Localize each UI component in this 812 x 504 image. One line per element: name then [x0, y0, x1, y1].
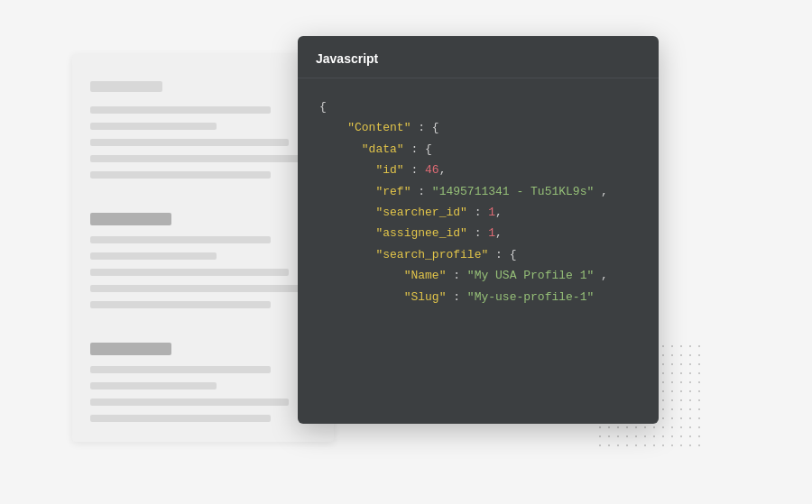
doc-line: [90, 343, 171, 355]
code-line: "assignee_id" : 1,: [319, 223, 637, 243]
doc-line: [90, 252, 217, 260]
code-panel-title: Javascript: [316, 51, 378, 66]
doc-line: [90, 236, 271, 243]
doc-line: [90, 155, 307, 162]
code-panel: Javascript { "Content" : { "data" : { "i…: [298, 36, 659, 424]
doc-line: [90, 139, 289, 146]
doc-line: [90, 285, 307, 292]
doc-line: [90, 171, 271, 179]
code-line: "id" : 46,: [319, 160, 637, 180]
doc-line: [90, 269, 289, 276]
doc-line: [90, 106, 271, 114]
doc-line: [90, 301, 271, 308]
doc-line: [90, 123, 217, 130]
code-panel-body: { "Content" : { "data" : { "id" : 46, "r…: [298, 78, 659, 325]
code-line-name: "Name" : "My USA Profile 1" ,: [319, 265, 637, 286]
code-line: "data" : {: [319, 139, 637, 160]
code-line: "Content" : {: [319, 117, 637, 138]
code-panel-header: Javascript: [298, 36, 659, 78]
doc-line: [90, 213, 171, 225]
code-line: "ref" : "1495711341 - Tu51KL9s" ,: [319, 181, 637, 202]
code-line: "searcher_id" : 1,: [319, 202, 637, 223]
doc-line: [90, 399, 289, 406]
page-background: Javascript { "Content" : { "data" : { "i…: [0, 0, 812, 504]
document-mockup: [72, 54, 334, 442]
doc-line: [90, 415, 271, 422]
doc-line: [90, 188, 316, 195]
code-line-slug: "Slug" : "My-use-profile-1": [319, 287, 637, 307]
doc-line: [90, 366, 271, 373]
doc-line: [90, 382, 217, 389]
code-line: {: [319, 96, 637, 117]
code-line: "search_profile" : {: [319, 244, 637, 265]
doc-line: [90, 317, 316, 325]
doc-line: [90, 81, 162, 92]
